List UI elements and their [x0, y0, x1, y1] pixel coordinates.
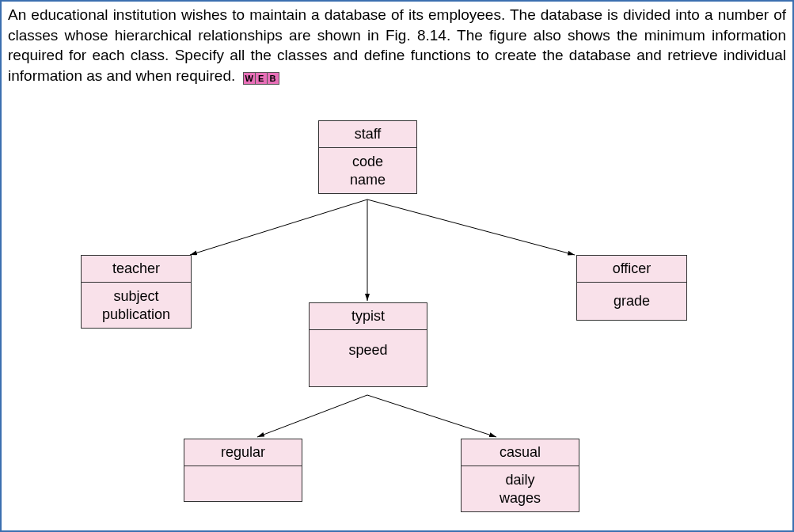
class-attrs-regular	[184, 466, 302, 501]
web-badge: WEB	[243, 66, 279, 87]
class-title-regular: regular	[184, 439, 302, 466]
class-attrs-staff: codename	[319, 148, 416, 193]
problem-statement: An educational institution wishes to mai…	[2, 2, 792, 89]
class-box-staff: staff codename	[318, 120, 417, 194]
class-box-officer: officer grade	[576, 255, 687, 321]
class-box-casual: casual dailywages	[461, 439, 579, 512]
class-box-regular: regular	[184, 439, 302, 502]
class-title-typist: typist	[310, 303, 427, 330]
class-attrs-officer: grade	[577, 283, 686, 320]
class-title-teacher: teacher	[82, 256, 191, 283]
class-title-staff: staff	[319, 121, 416, 148]
edge-staff-officer	[367, 200, 575, 255]
web-badge-w: W	[243, 72, 256, 85]
class-box-typist: typist speed	[309, 302, 427, 387]
problem-text-body: An educational institution wishes to mai…	[8, 6, 786, 84]
edge-typist-casual	[367, 395, 496, 437]
edge-staff-teacher	[190, 200, 367, 255]
class-attrs-teacher: subjectpublication	[82, 283, 191, 328]
class-attrs-casual: dailywages	[462, 466, 579, 511]
edge-typist-regular	[257, 395, 367, 437]
web-badge-e: E	[255, 72, 268, 85]
class-attrs-typist: speed	[310, 330, 427, 386]
class-title-officer: officer	[577, 256, 686, 283]
class-box-teacher: teacher subjectpublication	[81, 255, 192, 329]
web-badge-b: B	[267, 72, 279, 85]
page-frame: An educational institution wishes to mai…	[0, 0, 794, 532]
class-title-casual: casual	[462, 439, 579, 466]
class-hierarchy-diagram: staff codename teacher subjectpublicatio…	[2, 97, 794, 532]
